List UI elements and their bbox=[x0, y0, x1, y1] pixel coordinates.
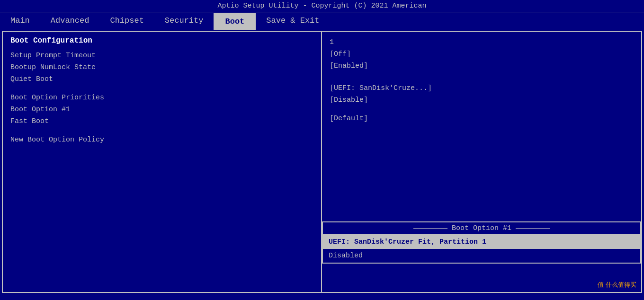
dropdown-option-0[interactable]: UEFI: SanDisk'Cruzer Fit, Partition 1 bbox=[323, 235, 640, 249]
menu-value-4 bbox=[330, 79, 634, 82]
menu-value-6: [Disable] bbox=[330, 94, 634, 106]
left-panel: Boot Configuration Setup Prompt TimeoutB… bbox=[3, 32, 322, 292]
menu-item-6[interactable]: Fast Boot bbox=[10, 115, 313, 127]
nav-item-save-and-exit[interactable]: Save & Exit bbox=[256, 13, 330, 30]
nav-bar: MainAdvancedChipsetSecurityBootSave & Ex… bbox=[0, 12, 644, 31]
nav-item-main[interactable]: Main bbox=[0, 13, 40, 30]
right-spacer-3 bbox=[330, 72, 634, 79]
title-text: Aptio Setup Utility - Copyright (C) 2021… bbox=[217, 2, 426, 10]
right-panel: 1[Off][Enabled][UEFI: SanDisk'Cruze...][… bbox=[322, 32, 641, 292]
nav-item-security[interactable]: Security bbox=[154, 13, 214, 30]
main-content: Boot Configuration Setup Prompt TimeoutB… bbox=[2, 31, 642, 293]
menu-item-4[interactable]: Boot Option Priorities bbox=[10, 92, 313, 104]
dropdown-popup: ———————— Boot Option #1 ————————UEFI: Sa… bbox=[322, 221, 641, 264]
menu-value-2: [Enabled] bbox=[330, 60, 634, 72]
right-spacer-7 bbox=[330, 106, 634, 113]
title-bar: Aptio Setup Utility - Copyright (C) 2021… bbox=[0, 0, 644, 12]
spacer-3 bbox=[10, 85, 313, 92]
menu-item-0[interactable]: Setup Prompt Timeout bbox=[10, 50, 313, 62]
watermark: 值 什么值得买 bbox=[598, 281, 636, 289]
menu-item-5[interactable]: Boot Option #1 bbox=[10, 104, 313, 115]
menu-value-8: [Default] bbox=[330, 113, 634, 124]
menu-item-2[interactable]: Quiet Boot bbox=[10, 73, 313, 85]
section-title: Boot Configuration bbox=[10, 36, 313, 45]
nav-item-advanced[interactable]: Advanced bbox=[40, 13, 100, 30]
menu-value-0: 1 bbox=[330, 36, 634, 48]
spacer-7 bbox=[10, 127, 313, 134]
menu-item-8[interactable]: New Boot Option Policy bbox=[10, 134, 313, 146]
menu-item-1[interactable]: Bootup NumLock State bbox=[10, 62, 313, 73]
menu-value-1: [Off] bbox=[330, 48, 634, 60]
nav-item-boot[interactable]: Boot bbox=[214, 13, 256, 30]
dropdown-title: ———————— Boot Option #1 ———————— bbox=[323, 222, 640, 235]
dropdown-option-1[interactable]: Disabled bbox=[323, 249, 640, 263]
nav-item-chipset[interactable]: Chipset bbox=[99, 13, 154, 30]
menu-value-5: [UEFI: SanDisk'Cruze...] bbox=[330, 82, 634, 94]
